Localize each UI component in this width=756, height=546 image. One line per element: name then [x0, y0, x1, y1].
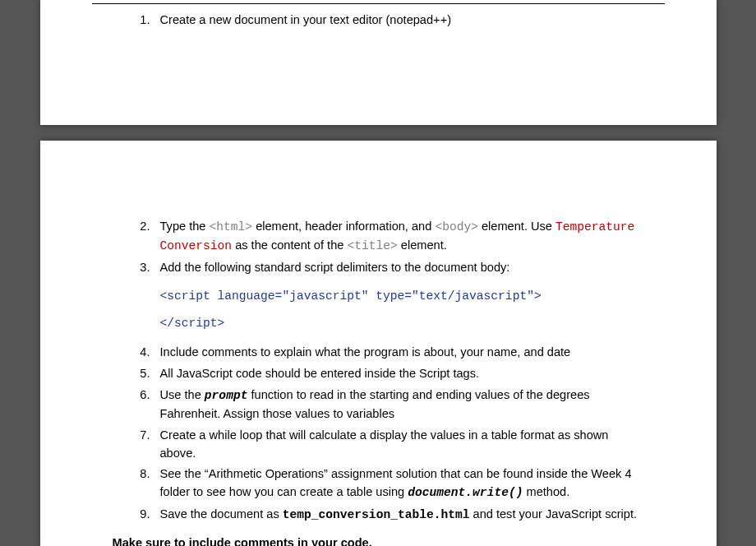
step-text: All JavaScript code should be entered in… — [160, 367, 480, 380]
code-prompt: prompt — [205, 389, 248, 402]
text: element. — [398, 238, 447, 252]
text: element, header information, and — [252, 220, 435, 233]
step-text: Create a new document in your text edito… — [160, 13, 452, 26]
text: element. Use — [478, 220, 555, 233]
step-7: Create a while loop that will calculate … — [154, 427, 644, 463]
step-9: Save the document as temp_conversion_tab… — [154, 506, 644, 525]
step-text: Add the following standard script delimi… — [160, 261, 510, 274]
script-open-tag: <script language="javascript" type="text… — [160, 285, 644, 308]
page-1: Create a new document in your text edito… — [40, 0, 717, 125]
code-title-tag: <title> — [347, 239, 397, 252]
steps-list-3: Include comments to explain what the pro… — [113, 344, 644, 525]
step-8: See the “Arithmetic Operations” assignme… — [154, 465, 644, 502]
step-text: Create a while loop that will calculate … — [160, 428, 609, 460]
step-5: All JavaScript code should be entered in… — [154, 365, 644, 383]
text: as the content of the — [232, 238, 347, 252]
text: method. — [523, 485, 569, 498]
page-gap — [0, 125, 756, 141]
text: Save the document as — [160, 507, 283, 521]
code-document-write: document.write() — [408, 486, 523, 499]
horizontal-rule — [92, 3, 665, 4]
script-close-tag: </script> — [160, 312, 644, 335]
steps-list-2: Type the <html> element, header informat… — [113, 218, 644, 277]
code-html-tag: <html> — [210, 220, 253, 234]
page-2: Type the <html> element, header informat… — [40, 141, 717, 546]
code-filename: temp_conversion_table.html — [283, 508, 470, 521]
step-1: Create a new document in your text edito… — [154, 12, 644, 30]
step-2: Type the <html> element, header informat… — [154, 218, 644, 256]
step-text: Include comments to explain what the pro… — [160, 345, 571, 359]
final-note: Make sure to include comments in your co… — [113, 536, 644, 546]
step-3: Add the following standard script delimi… — [154, 259, 644, 277]
script-block: <script language="javascript" type="text… — [160, 285, 644, 335]
step-6: Use the prompt function to read in the s… — [154, 386, 644, 423]
document-viewport: Create a new document in your text edito… — [0, 0, 756, 546]
text: and test your JavaScript script. — [469, 507, 637, 521]
text: Type the — [160, 220, 210, 233]
code-body-tag: <body> — [435, 220, 478, 234]
step-4: Include comments to explain what the pro… — [154, 344, 644, 362]
text: Use the — [160, 388, 205, 401]
steps-list-1: Create a new document in your text edito… — [113, 12, 644, 30]
